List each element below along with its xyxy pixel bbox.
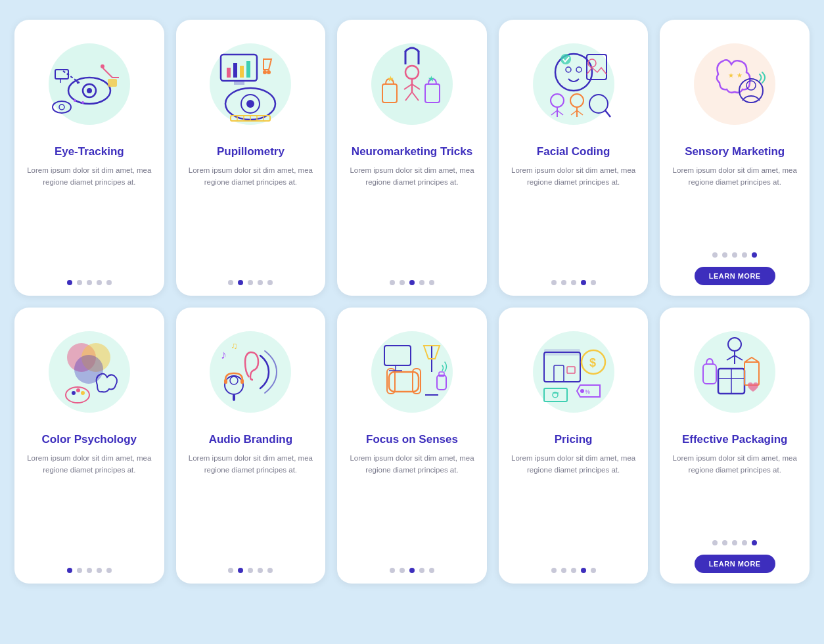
svg-point-21 bbox=[263, 70, 267, 74]
illustration-focus-senses bbox=[359, 319, 465, 425]
svg-rect-76 bbox=[224, 379, 227, 384]
card-title-neuromarketing: Neuromarketing Tricks bbox=[352, 145, 472, 158]
illustration-neuromarketing: ★ ★ bbox=[359, 32, 465, 137]
illustration-color-psychology bbox=[37, 319, 142, 425]
svg-point-3 bbox=[87, 88, 92, 93]
svg-text:$: $ bbox=[589, 356, 596, 369]
svg-point-12 bbox=[74, 99, 76, 102]
learn-more-button-packaging[interactable]: LEARN MORE bbox=[695, 555, 775, 573]
illustration-effective-packaging bbox=[682, 319, 787, 425]
dot-4 bbox=[742, 252, 747, 258]
svg-rect-18 bbox=[233, 63, 237, 78]
svg-rect-77 bbox=[240, 379, 244, 384]
card-eye-tracking: Eye-Tracking Lorem ipsum dolor sit dim a… bbox=[14, 20, 164, 296]
illustration-eye-tracking bbox=[37, 32, 142, 137]
card-title-color-psychology: Color Psychology bbox=[42, 432, 137, 446]
dot-4 bbox=[97, 568, 102, 573]
dots-facial-coding bbox=[551, 280, 596, 285]
svg-point-71 bbox=[76, 388, 80, 392]
card-pupillometry: Pupillometry Lorem ipsum dolor sit dim a… bbox=[176, 20, 326, 296]
dot-4 bbox=[258, 568, 263, 573]
dot-2 bbox=[561, 280, 566, 285]
card-title-eye-tracking: Eye-Tracking bbox=[55, 145, 124, 158]
svg-rect-20 bbox=[246, 61, 250, 78]
dot-4 bbox=[581, 280, 586, 285]
dots-pupillometry bbox=[228, 280, 273, 285]
dot-4 bbox=[97, 280, 102, 285]
dot-2 bbox=[561, 568, 566, 573]
card-desc-eye-tracking: Lorem ipsum dolor sit dim amet, mea regi… bbox=[26, 165, 152, 264]
svg-rect-7 bbox=[108, 79, 117, 87]
card-neuromarketing: ★ ★ Neuromarketing Tricks Lorem ipsum do… bbox=[337, 20, 487, 296]
card-desc-pupillometry: Lorem ipsum dolor sit dim amet, mea regi… bbox=[188, 165, 314, 264]
dots-audio-branding bbox=[228, 568, 273, 573]
svg-point-68 bbox=[74, 355, 103, 384]
card-desc-color-psychology: Lorem ipsum dolor sit dim amet, mea regi… bbox=[26, 453, 152, 552]
card-desc-neuromarketing: Lorem ipsum dolor sit dim amet, mea regi… bbox=[349, 165, 475, 264]
card-desc-effective-packaging: Lorem ipsum dolor sit dim amet, mea regi… bbox=[672, 453, 798, 524]
svg-text:★: ★ bbox=[428, 74, 435, 83]
dot-3 bbox=[248, 280, 253, 285]
svg-text:%: % bbox=[585, 388, 590, 395]
dot-4 bbox=[419, 568, 424, 573]
illustration-pricing: $ % bbox=[521, 319, 626, 425]
dot-2 bbox=[77, 568, 82, 573]
dot-3 bbox=[732, 252, 737, 258]
card-desc-pricing: Lorem ipsum dolor sit dim amet, mea regi… bbox=[511, 453, 637, 552]
svg-point-104 bbox=[694, 331, 775, 413]
dot-1 bbox=[67, 568, 72, 573]
svg-point-13 bbox=[81, 101, 84, 104]
dots-eye-tracking bbox=[67, 280, 112, 285]
dot-2 bbox=[400, 280, 405, 285]
svg-rect-17 bbox=[227, 68, 231, 78]
dot-1 bbox=[712, 540, 718, 545]
card-title-audio-branding: Audio Branding bbox=[209, 432, 292, 446]
dot-1 bbox=[551, 280, 557, 285]
dot-4 bbox=[581, 568, 586, 573]
svg-point-47 bbox=[561, 54, 571, 64]
dots-sensory-marketing bbox=[712, 252, 757, 258]
illustration-sensory-marketing: ★ ★ bbox=[682, 32, 787, 137]
dot-1 bbox=[390, 280, 395, 285]
dot-4 bbox=[258, 280, 263, 285]
card-title-effective-packaging: Effective Packaging bbox=[682, 432, 788, 446]
card-desc-sensory-marketing: Lorem ipsum dolor sit dim amet, mea regi… bbox=[672, 165, 798, 237]
dot-2 bbox=[238, 568, 243, 573]
svg-point-92 bbox=[533, 331, 614, 413]
dot-5 bbox=[752, 540, 757, 545]
card-title-focus-senses: Focus on Senses bbox=[366, 432, 458, 446]
svg-text:★: ★ bbox=[728, 72, 734, 79]
dot-5 bbox=[267, 568, 273, 573]
card-focus-senses: Focus on Senses Lorem ipsum dolor sit di… bbox=[337, 308, 487, 584]
dot-3 bbox=[87, 280, 92, 285]
dot-5 bbox=[429, 280, 434, 285]
card-desc-facial-coding: Lorem ipsum dolor sit dim amet, mea regi… bbox=[511, 165, 637, 264]
dot-1 bbox=[67, 280, 72, 285]
svg-point-6 bbox=[101, 64, 104, 68]
card-title-pricing: Pricing bbox=[555, 432, 593, 446]
dots-focus-senses bbox=[390, 568, 434, 573]
dots-pricing bbox=[551, 568, 596, 573]
dot-3 bbox=[409, 568, 415, 573]
dot-1 bbox=[390, 568, 395, 573]
svg-point-73 bbox=[210, 331, 291, 413]
dot-2 bbox=[722, 540, 727, 545]
svg-rect-94 bbox=[544, 349, 580, 356]
svg-rect-16 bbox=[234, 81, 244, 85]
dots-effective-packaging bbox=[712, 540, 757, 545]
dot-1 bbox=[712, 252, 718, 258]
card-desc-focus-senses: Lorem ipsum dolor sit dim amet, mea regi… bbox=[349, 453, 475, 552]
illustration-facial-coding bbox=[521, 32, 626, 137]
dot-3 bbox=[409, 280, 415, 285]
card-title-pupillometry: Pupillometry bbox=[217, 145, 285, 158]
svg-point-22 bbox=[267, 70, 271, 74]
learn-more-button-sensory[interactable]: LEARN MORE bbox=[695, 267, 775, 285]
dot-1 bbox=[228, 280, 233, 285]
svg-text:★: ★ bbox=[737, 72, 743, 79]
dot-5 bbox=[267, 280, 273, 285]
card-pricing: $ % Pricing Lorem ipsum dolor sit dim am… bbox=[499, 308, 649, 584]
cards-grid: Eye-Tracking Lorem ipsum dolor sit dim a… bbox=[14, 20, 810, 584]
dot-5 bbox=[591, 280, 596, 285]
svg-point-25 bbox=[246, 100, 254, 108]
card-title-facial-coding: Facial Coding bbox=[537, 145, 610, 158]
